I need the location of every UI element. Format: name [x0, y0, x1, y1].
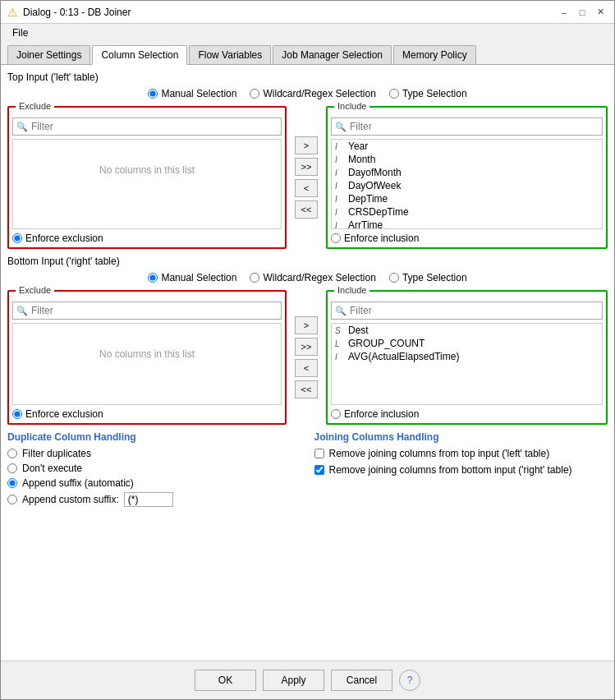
top-input-title: Top Input ('left' table)	[7, 71, 608, 83]
bottom-move-right-all-button[interactable]: >>	[295, 338, 318, 356]
bottom-include-filter-row: 🔍	[331, 302, 603, 320]
bottom-exclude-list[interactable]: No columns in this list	[12, 323, 282, 405]
list-item[interactable]: I Year	[332, 140, 602, 153]
close-button[interactable]: ✕	[593, 5, 608, 20]
list-item[interactable]: I Month	[332, 153, 602, 166]
menubar: File	[1, 24, 614, 42]
help-button[interactable]: ?	[399, 670, 420, 691]
list-item[interactable]: L GROUP_COUNT	[332, 337, 602, 350]
bottom-enforce-inclusion-radio[interactable]	[331, 409, 341, 419]
dont-execute-option[interactable]: Don't execute	[7, 463, 301, 474]
title-bar: ⚠ Dialog - 0:13 - DB Joiner – □ ✕	[1, 1, 614, 24]
top-input-section: Top Input ('left' table) Manual Selectio…	[7, 71, 608, 249]
window-title: Dialog - 0:13 - DB Joiner	[23, 7, 557, 18]
custom-suffix-input[interactable]	[124, 492, 173, 507]
tab-joiner-settings[interactable]: Joiner Settings	[7, 45, 90, 64]
list-item[interactable]: I CRSDepTime	[332, 205, 602, 219]
bottom-exclude-legend: Exclude	[16, 285, 54, 295]
bottom-manual-selection-radio[interactable]: Manual Selection	[148, 272, 236, 283]
top-exclude-filter-input[interactable]	[31, 121, 278, 132]
bottom-move-right-one-button[interactable]: >	[295, 316, 318, 334]
bottom-selection-mode-row: Manual Selection Wildcard/Regex Selectio…	[7, 272, 608, 283]
top-move-right-one-button[interactable]: >	[295, 136, 318, 154]
bottom-include-filter-icon: 🔍	[335, 306, 347, 316]
top-arrow-buttons: > >> < <<	[293, 106, 319, 249]
append-suffix-auto-option[interactable]: Append suffix (automatic)	[7, 477, 301, 489]
bottom-enforce-inclusion-row: Enforce inclusion	[331, 408, 603, 420]
joining-handling-title: Joining Columns Handling	[314, 431, 608, 443]
filter-duplicates-option[interactable]: Filter duplicates	[7, 448, 301, 459]
top-include-panel: Include 🔍 I Year	[326, 106, 608, 249]
bottom-exclude-panel: Exclude 🔍 No columns in this list Enforc…	[7, 290, 287, 425]
warning-icon: ⚠	[7, 6, 18, 19]
tab-flow-variables[interactable]: Flow Variables	[189, 45, 271, 64]
top-exclude-filter-icon: 🔍	[16, 122, 28, 132]
top-include-filter-input[interactable]	[350, 121, 599, 132]
list-item[interactable]: I ArrTime	[332, 219, 602, 229]
dialog-footer: OK Apply Cancel ?	[1, 661, 614, 699]
title-bar-controls: – □ ✕	[557, 5, 608, 20]
top-enforce-inclusion-row: Enforce inclusion	[331, 233, 603, 244]
top-move-left-all-button[interactable]: <<	[295, 200, 318, 219]
bottom-columns-area: Exclude 🔍 No columns in this list Enforc…	[7, 290, 608, 425]
bottom-exclude-empty: No columns in this list	[13, 324, 281, 385]
list-item[interactable]: I DayofMonth	[332, 166, 602, 179]
remove-bottom-joining-cols-row: Remove joining columns from bottom input…	[314, 464, 608, 476]
top-enforce-exclusion-row: Enforce exclusion	[12, 233, 282, 244]
duplicate-handling: Duplicate Column Handling Filter duplica…	[7, 431, 301, 507]
main-content: Top Input ('left' table) Manual Selectio…	[1, 65, 614, 661]
file-menu[interactable]: File	[7, 25, 33, 40]
append-custom-suffix-option[interactable]: Append custom suffix:	[7, 492, 301, 507]
top-type-selection-radio[interactable]: Type Selection	[389, 88, 467, 99]
cancel-button[interactable]: Cancel	[331, 670, 392, 691]
bottom-include-filter-input[interactable]	[350, 305, 599, 316]
top-include-filter-row: 🔍	[331, 117, 603, 136]
bottom-move-left-one-button[interactable]: <	[295, 359, 318, 377]
duplicate-handling-options: Filter duplicates Don't execute Append s…	[7, 448, 301, 507]
top-enforce-inclusion-radio[interactable]	[331, 233, 341, 243]
bottom-options: Duplicate Column Handling Filter duplica…	[7, 431, 608, 507]
remove-bottom-joining-cols-checkbox[interactable]	[314, 465, 324, 475]
top-include-list[interactable]: I Year I Month I DayofMonth	[331, 139, 603, 229]
ok-button[interactable]: OK	[195, 670, 256, 691]
bottom-type-selection-radio[interactable]: Type Selection	[389, 272, 467, 283]
tab-column-selection[interactable]: Column Selection	[92, 45, 187, 65]
tab-memory-policy[interactable]: Memory Policy	[393, 45, 476, 64]
bottom-include-legend: Include	[334, 285, 369, 295]
top-include-filter-icon: 🔍	[335, 122, 347, 132]
bottom-exclude-filter-icon: 🔍	[16, 306, 28, 316]
top-exclude-legend: Exclude	[16, 101, 54, 111]
top-exclude-empty: No columns in this list	[13, 140, 281, 200]
list-item[interactable]: I AVG(ActualElapsedTime)	[332, 350, 602, 363]
list-item[interactable]: I DayOfWeek	[332, 179, 602, 192]
top-manual-selection-radio[interactable]: Manual Selection	[148, 88, 236, 99]
top-move-right-all-button[interactable]: >>	[295, 158, 318, 176]
top-selection-mode-row: Manual Selection Wildcard/Regex Selectio…	[7, 88, 608, 99]
bottom-wildcard-selection-radio[interactable]: Wildcard/Regex Selection	[250, 272, 375, 283]
bottom-move-left-all-button[interactable]: <<	[295, 380, 318, 398]
top-move-left-one-button[interactable]: <	[295, 179, 318, 197]
bottom-input-section: Bottom Input ('right' table) Manual Sele…	[7, 256, 608, 425]
top-enforce-exclusion-radio[interactable]	[12, 233, 22, 243]
list-item[interactable]: I DepTime	[332, 192, 602, 205]
remove-top-joining-cols-checkbox[interactable]	[314, 449, 324, 458]
apply-button[interactable]: Apply	[263, 670, 324, 691]
joining-handling: Joining Columns Handling Remove joining …	[314, 431, 608, 507]
bottom-enforce-exclusion-radio[interactable]	[12, 409, 22, 419]
bottom-exclude-filter-input[interactable]	[31, 305, 278, 316]
top-columns-area: Exclude 🔍 No columns in this list Enforc…	[7, 106, 608, 249]
top-include-legend: Include	[334, 101, 369, 111]
bottom-include-list[interactable]: S Dest L GROUP_COUNT I AVG(ActualElapsed…	[331, 323, 603, 405]
top-exclude-list[interactable]: No columns in this list	[12, 139, 282, 229]
maximize-button[interactable]: □	[575, 5, 590, 20]
minimize-button[interactable]: –	[557, 5, 571, 20]
bottom-input-title: Bottom Input ('right' table)	[7, 256, 608, 267]
bottom-include-panel: Include 🔍 S Dest L	[326, 290, 608, 425]
tab-bar: Joiner Settings Column Selection Flow Va…	[1, 42, 614, 65]
top-exclude-panel: Exclude 🔍 No columns in this list Enforc…	[7, 106, 287, 249]
tab-job-manager-selection[interactable]: Job Manager Selection	[273, 45, 392, 64]
top-exclude-filter-row: 🔍	[12, 117, 282, 136]
remove-top-joining-cols-row: Remove joining columns from top input ('…	[314, 448, 608, 459]
top-wildcard-selection-radio[interactable]: Wildcard/Regex Selection	[250, 88, 375, 99]
list-item[interactable]: S Dest	[332, 324, 602, 337]
